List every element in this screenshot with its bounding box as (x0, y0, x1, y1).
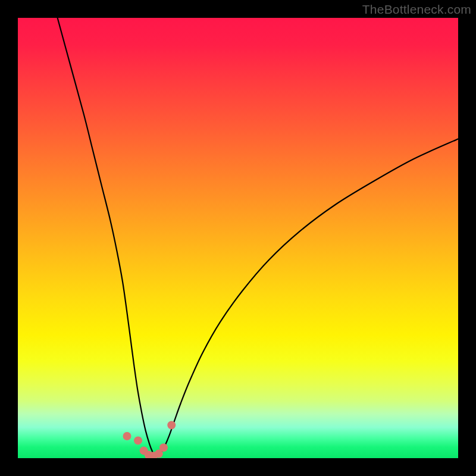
data-point (134, 436, 142, 444)
data-point (167, 421, 176, 430)
plot-area (18, 18, 458, 458)
chart-frame: TheBottleneck.com (0, 0, 476, 476)
watermark-text: TheBottleneck.com (362, 2, 471, 17)
data-point (159, 443, 168, 452)
curve-layer (18, 18, 458, 458)
bottleneck-curve (58, 18, 458, 456)
data-point (123, 432, 131, 440)
